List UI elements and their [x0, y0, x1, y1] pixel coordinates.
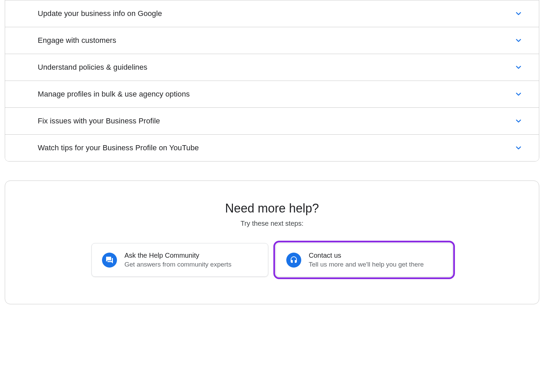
help-card-desc: Tell us more and we'll help you get ther…	[309, 261, 424, 268]
forum-icon	[102, 253, 117, 268]
help-header: Need more help? Try these next steps:	[42, 201, 502, 227]
help-title: Need more help?	[42, 201, 502, 216]
accordion-label: Understand policies & guidelines	[38, 63, 147, 72]
accordion-item-fix-issues[interactable]: Fix issues with your Business Profile	[5, 108, 539, 135]
help-card-title: Contact us	[309, 252, 424, 259]
headset-icon	[286, 253, 301, 268]
help-card-contact-us[interactable]: Contact us Tell us more and we'll help y…	[276, 243, 453, 277]
help-cards-row: Ask the Help Community Get answers from …	[42, 243, 502, 277]
accordion-label: Fix issues with your Business Profile	[38, 117, 160, 125]
help-subtitle: Try these next steps:	[42, 220, 502, 227]
help-card-text: Ask the Help Community Get answers from …	[124, 252, 232, 268]
accordion-item-manage-bulk-profiles[interactable]: Manage profiles in bulk & use agency opt…	[5, 81, 539, 108]
accordion-label: Manage profiles in bulk & use agency opt…	[38, 90, 190, 99]
accordion-item-update-business-info[interactable]: Update your business info on Google	[5, 0, 539, 27]
chevron-down-icon	[514, 36, 523, 45]
chevron-down-icon	[514, 90, 523, 98]
help-card-community[interactable]: Ask the Help Community Get answers from …	[91, 243, 268, 277]
chevron-down-icon	[514, 10, 523, 18]
help-card-desc: Get answers from community experts	[124, 261, 232, 268]
chevron-down-icon	[514, 144, 523, 152]
accordion-item-policies-guidelines[interactable]: Understand policies & guidelines	[5, 54, 539, 81]
help-card-title: Ask the Help Community	[124, 252, 232, 259]
help-card-text: Contact us Tell us more and we'll help y…	[309, 252, 424, 268]
accordion-item-youtube-tips[interactable]: Watch tips for your Business Profile on …	[5, 135, 539, 161]
accordion-label: Watch tips for your Business Profile on …	[38, 143, 199, 152]
accordion-label: Update your business info on Google	[38, 9, 162, 18]
chevron-down-icon	[514, 63, 523, 71]
help-topics-accordion: Update your business info on Google Enga…	[5, 0, 539, 161]
chevron-down-icon	[514, 117, 523, 125]
accordion-label: Engage with customers	[38, 36, 116, 45]
accordion-item-engage-customers[interactable]: Engage with customers	[5, 27, 539, 54]
need-more-help-panel: Need more help? Try these next steps: As…	[5, 181, 539, 304]
